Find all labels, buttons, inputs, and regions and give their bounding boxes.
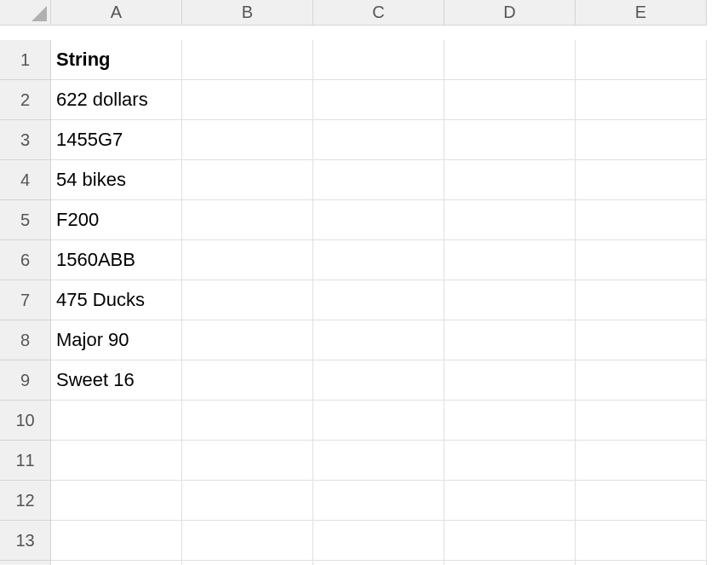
column-header-b[interactable]: B [182, 0, 313, 26]
cell-e13[interactable] [576, 521, 707, 561]
cell-b3[interactable] [182, 120, 313, 160]
cell-e14[interactable] [576, 561, 707, 565]
cell-c1[interactable] [313, 40, 444, 80]
cell-e10[interactable] [576, 401, 707, 441]
cell-a5[interactable]: F200 [51, 200, 182, 240]
cell-e5[interactable] [576, 200, 707, 240]
cell-a14[interactable] [51, 561, 182, 565]
column-header-d[interactable]: D [444, 0, 576, 26]
cell-d11[interactable] [444, 441, 576, 481]
cell-c9[interactable] [313, 360, 444, 401]
cell-a10[interactable] [51, 401, 182, 441]
cell-d10[interactable] [444, 401, 576, 441]
cell-e11[interactable] [576, 441, 707, 481]
cell-d5[interactable] [444, 200, 576, 240]
cell-c3[interactable] [313, 120, 444, 160]
cell-b10[interactable] [182, 401, 313, 441]
cell-a3[interactable]: 1455G7 [51, 120, 182, 160]
cell-a1[interactable]: String [51, 40, 182, 80]
cell-b8[interactable] [182, 320, 313, 360]
cell-d14[interactable] [444, 561, 576, 565]
row-header-1[interactable]: 1 [0, 40, 51, 80]
cell-d2[interactable] [444, 80, 576, 120]
cell-e8[interactable] [576, 320, 707, 360]
row-header-13[interactable]: 13 [0, 521, 51, 561]
cell-c6[interactable] [313, 240, 444, 280]
column-header-c[interactable]: C [313, 0, 444, 26]
cell-c2[interactable] [313, 80, 444, 120]
cell-a8[interactable]: Major 90 [51, 320, 182, 360]
cell-b11[interactable] [182, 441, 313, 481]
cell-d1[interactable] [444, 40, 576, 80]
cell-d7[interactable] [444, 280, 576, 320]
cell-e6[interactable] [576, 240, 707, 280]
row-header-7[interactable]: 7 [0, 280, 51, 320]
cell-c4[interactable] [313, 160, 444, 200]
cell-a13[interactable] [51, 521, 182, 561]
cell-a11[interactable] [51, 441, 182, 481]
cell-c11[interactable] [313, 441, 444, 481]
cell-e9[interactable] [576, 360, 707, 401]
row-header-8[interactable]: 8 [0, 320, 51, 360]
select-all-corner[interactable] [0, 0, 51, 26]
cell-b13[interactable] [182, 521, 313, 561]
cell-b2[interactable] [182, 80, 313, 120]
cell-b4[interactable] [182, 160, 313, 200]
cell-c7[interactable] [313, 280, 444, 320]
row-header-10[interactable]: 10 [0, 401, 51, 441]
cell-c14[interactable] [313, 561, 444, 565]
row-header-12[interactable]: 12 [0, 481, 51, 521]
cell-e3[interactable] [576, 120, 707, 160]
cell-b7[interactable] [182, 280, 313, 320]
cell-c12[interactable] [313, 481, 444, 521]
cell-c5[interactable] [313, 200, 444, 240]
cell-c13[interactable] [313, 521, 444, 561]
cell-b14[interactable] [182, 561, 313, 565]
cell-d13[interactable] [444, 521, 576, 561]
cell-d9[interactable] [444, 360, 576, 401]
cell-a7[interactable]: 475 Ducks [51, 280, 182, 320]
cell-b1[interactable] [182, 40, 313, 80]
column-header-a[interactable]: A [51, 0, 182, 26]
cell-a4[interactable]: 54 bikes [51, 160, 182, 200]
row-header-2[interactable]: 2 [0, 80, 51, 120]
cell-a12[interactable] [51, 481, 182, 521]
cell-c8[interactable] [313, 320, 444, 360]
spreadsheet-grid: ABCDE1String2622 dollars31455G7454 bikes… [0, 0, 728, 565]
cell-d3[interactable] [444, 120, 576, 160]
cell-b12[interactable] [182, 481, 313, 521]
cell-e7[interactable] [576, 280, 707, 320]
cell-d8[interactable] [444, 320, 576, 360]
cell-a2[interactable]: 622 dollars [51, 80, 182, 120]
cell-e12[interactable] [576, 481, 707, 521]
cell-d12[interactable] [444, 481, 576, 521]
cell-e1[interactable] [576, 40, 707, 80]
row-header-14[interactable]: 14 [0, 561, 51, 565]
cell-b9[interactable] [182, 360, 313, 401]
row-header-5[interactable]: 5 [0, 200, 51, 240]
cell-e4[interactable] [576, 160, 707, 200]
cell-a6[interactable]: 1560ABB [51, 240, 182, 280]
cell-d6[interactable] [444, 240, 576, 280]
cell-d4[interactable] [444, 160, 576, 200]
column-header-e[interactable]: E [576, 0, 707, 26]
cell-b5[interactable] [182, 200, 313, 240]
row-header-3[interactable]: 3 [0, 120, 51, 160]
row-header-4[interactable]: 4 [0, 160, 51, 200]
row-header-11[interactable]: 11 [0, 441, 51, 481]
row-header-6[interactable]: 6 [0, 240, 51, 280]
cell-e2[interactable] [576, 80, 707, 120]
cell-a9[interactable]: Sweet 16 [51, 360, 182, 401]
cell-c10[interactable] [313, 401, 444, 441]
row-header-9[interactable]: 9 [0, 360, 51, 401]
cell-b6[interactable] [182, 240, 313, 280]
